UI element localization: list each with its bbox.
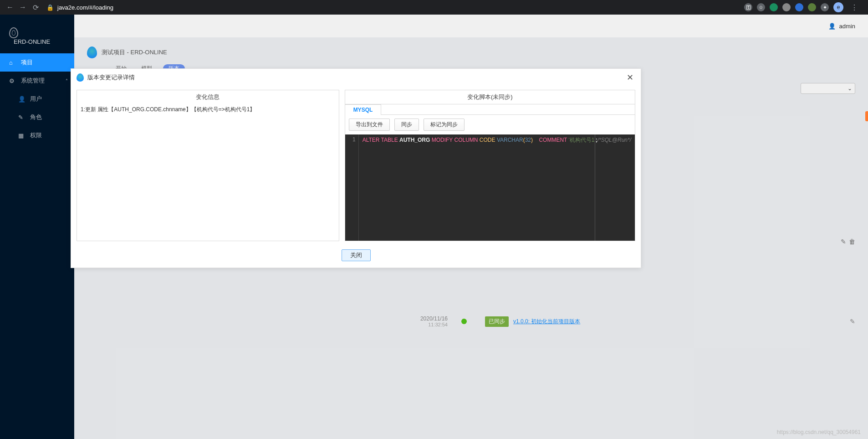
modal-title: 版本变更记录详情: [87, 73, 135, 82]
brand-text: ERD-ONLINE: [14, 38, 74, 45]
change-line: 1:更新 属性【AUTH_ORG.CODE.chnname】【机构代号=>机构代…: [77, 104, 339, 115]
sidebar-item-permission[interactable]: ▦ 权限: [0, 126, 74, 145]
sidebar-item-label: 用户: [30, 95, 42, 103]
ext-icon-2[interactable]: [782, 3, 791, 11]
sidebar: ERD-ONLINE ⌂ 项目 ⚙ 系统管理 ˄ 👤 用户 ✎ 角色 ▦ 权限: [0, 15, 74, 439]
sync-button[interactable]: 同步: [394, 119, 419, 131]
home-icon: ⌂: [9, 59, 16, 66]
permission-icon: ▦: [18, 132, 26, 139]
browser-menu-icon[interactable]: ⋮: [848, 3, 861, 12]
pane-title-left: 变化信息: [77, 90, 339, 104]
extension-icons: e ⋮: [744, 2, 861, 12]
star-icon[interactable]: [757, 3, 765, 11]
sql-line: ALTER TABLE AUTH_ORG MODIFY COLUMN CODE …: [359, 134, 635, 241]
modal-logo-icon: [77, 73, 84, 82]
sidebar-item-user[interactable]: 👤 用户: [0, 90, 74, 108]
sidebar-item-label: 项目: [21, 58, 33, 67]
gear-icon: ⚙: [9, 77, 16, 84]
script-pane: 变化脚本(未同步) MYSQL 导出到文件 同步 标记为同步 1 ALTER T…: [345, 90, 635, 241]
modal-dialog: 版本变更记录详情 ✕ 变化信息 1:更新 属性【AUTH_ORG.CODE.ch…: [71, 68, 641, 268]
change-info-pane: 变化信息 1:更新 属性【AUTH_ORG.CODE.chnname】【机构代号…: [77, 90, 339, 241]
ext-icon-1[interactable]: [770, 3, 778, 11]
close-icon[interactable]: ✕: [625, 72, 635, 83]
sidebar-item-label: 系统管理: [21, 77, 45, 85]
address-bar[interactable]: 🔒 java2e.com/#/loading: [46, 4, 744, 11]
sidebar-item-role[interactable]: ✎ 角色: [0, 108, 74, 126]
db-tab-mysql[interactable]: MYSQL: [345, 104, 382, 115]
logo-area: [0, 15, 74, 51]
modal-header: 版本变更记录详情 ✕: [71, 69, 641, 86]
pane-title-right: 变化脚本(未同步): [345, 90, 635, 104]
side-tab-icon[interactable]: [865, 111, 868, 121]
back-button[interactable]: ←: [4, 1, 16, 14]
sql-editor[interactable]: 1 ALTER TABLE AUTH_ORG MODIFY COLUMN COD…: [345, 134, 635, 241]
logo-icon: [9, 27, 18, 38]
lock-icon: 🔒: [46, 4, 54, 11]
sidebar-item-system[interactable]: ⚙ 系统管理 ˄: [0, 72, 74, 90]
url-text: java2e.com/#/loading: [57, 4, 113, 11]
browser-toolbar: ← → ⟳ 🔒 java2e.com/#/loading e ⋮: [0, 0, 868, 15]
reload-button[interactable]: ⟳: [29, 1, 42, 14]
line-gutter: 1: [345, 134, 359, 241]
sidebar-item-label: 权限: [30, 131, 42, 139]
sidebar-submenu: 👤 用户 ✎ 角色 ▦ 权限: [0, 90, 74, 145]
db-tabs: MYSQL: [345, 104, 635, 115]
close-button[interactable]: 关闭: [342, 249, 371, 261]
chevron-up-icon: ˄: [66, 78, 68, 83]
watermark: https://blog.csdn.net/qq_30054961: [777, 429, 861, 435]
ext-icon-3[interactable]: [795, 3, 803, 11]
extensions-icon[interactable]: [821, 3, 829, 11]
modal-footer: 关闭: [71, 245, 641, 268]
profile-avatar[interactable]: e: [833, 2, 843, 12]
sidebar-item-project[interactable]: ⌂ 项目: [0, 53, 74, 72]
mark-sync-button[interactable]: 标记为同步: [424, 119, 465, 131]
ext-icon-4[interactable]: [808, 3, 816, 11]
code-ruler: [595, 134, 595, 241]
sidebar-item-label: 角色: [30, 113, 42, 121]
role-icon: ✎: [18, 114, 26, 121]
export-button[interactable]: 导出到文件: [349, 119, 390, 131]
script-buttons: 导出到文件 同步 标记为同步: [345, 115, 635, 134]
key-icon[interactable]: [744, 3, 752, 11]
forward-button[interactable]: →: [16, 1, 29, 14]
user-icon: 👤: [18, 96, 26, 103]
